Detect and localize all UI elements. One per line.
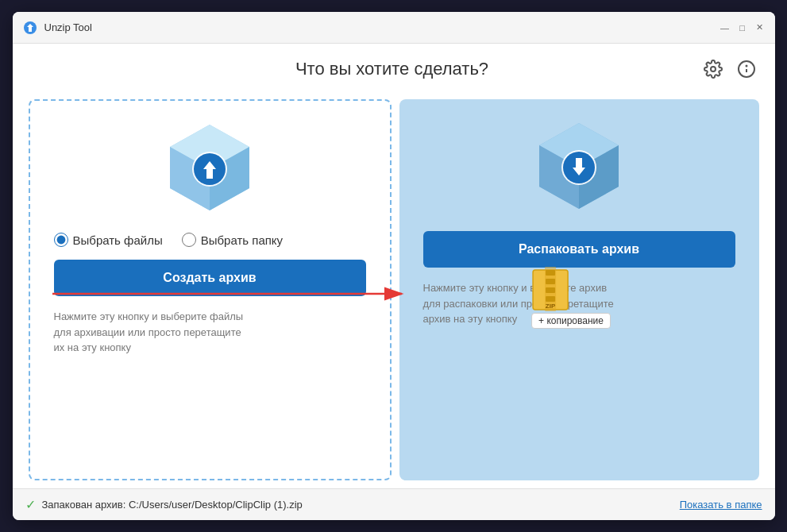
main-content: ZIP ClipClip <box>13 91 775 488</box>
svg-rect-31 <box>546 296 555 302</box>
info-button[interactable] <box>734 56 759 82</box>
radio-group: Выбрать файлы Выбрать папку <box>54 233 284 247</box>
status-left: ✓ Запакован архив: C:/Users/user/Desktop… <box>25 497 303 512</box>
main-window: Unzip Tool — □ ✕ Что вы хотите сделать? <box>13 12 775 520</box>
settings-button[interactable] <box>700 56 726 82</box>
zip-file-icon: ZIP <box>531 267 569 311</box>
left-panel: Выбрать файлы Выбрать папку Создать архи… <box>29 99 392 480</box>
close-button[interactable]: ✕ <box>754 22 766 33</box>
maximize-button[interactable]: □ <box>737 22 748 33</box>
svg-text:ZIP: ZIP <box>546 303 556 310</box>
svg-point-1 <box>711 67 716 71</box>
decompress-icon <box>515 115 642 218</box>
status-text: Запакован архив: C:/Users/user/Desktop/C… <box>42 499 303 511</box>
svg-rect-29 <box>546 279 555 284</box>
status-check-icon: ✓ <box>25 497 36 512</box>
zip-drop-zone: ZIP копирование <box>531 267 611 329</box>
radio-select-files[interactable]: Выбрать файлы <box>54 233 163 247</box>
header: Что вы хотите сделать? <box>13 44 775 91</box>
radio-select-folder[interactable]: Выбрать папку <box>182 233 283 247</box>
minimize-button[interactable]: — <box>719 22 731 33</box>
create-archive-button[interactable]: Создать архив <box>54 260 366 296</box>
page-title: Что вы хотите сделать? <box>84 59 700 79</box>
copy-badge: копирование <box>531 313 611 329</box>
extract-archive-button[interactable]: Распаковать архив <box>423 231 735 268</box>
show-in-folder-link[interactable]: Показать в папке <box>680 499 762 511</box>
radio-folder-input[interactable] <box>182 233 196 247</box>
right-panel: ZIP копирование Распаковать архив Нажмит… <box>399 99 759 480</box>
radio-files-input[interactable] <box>54 233 68 247</box>
window-controls: — □ ✕ <box>719 22 766 33</box>
titlebar: Unzip Tool — □ ✕ <box>13 12 775 44</box>
statusbar: ✓ Запакован архив: C:/Users/user/Desktop… <box>13 488 775 520</box>
compress-icon <box>146 117 273 220</box>
header-icons <box>700 56 759 82</box>
left-panel-description: Нажмите эту кнопку и выберите файлы для … <box>54 309 244 356</box>
window-title: Unzip Tool <box>44 21 719 33</box>
svg-rect-30 <box>546 287 555 293</box>
app-icon <box>22 20 38 36</box>
svg-rect-28 <box>546 270 555 276</box>
